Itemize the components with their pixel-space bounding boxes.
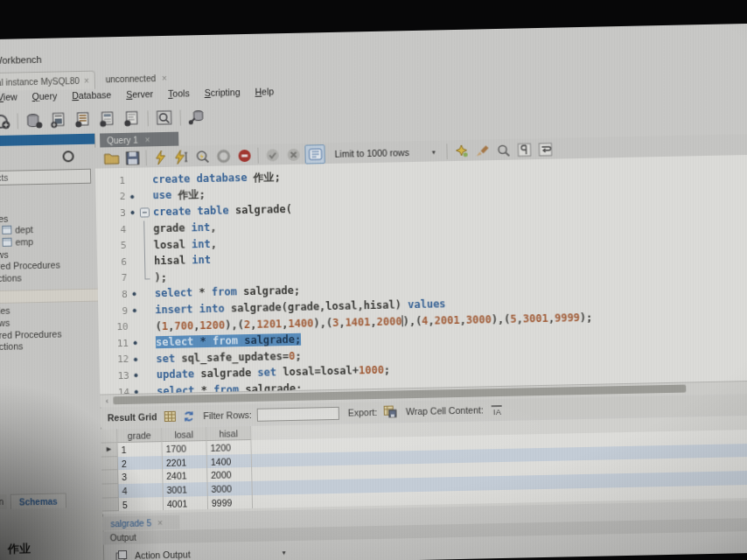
- limit-rows-dropdown[interactable]: Limit to 1000 rows ▾: [334, 146, 435, 158]
- code-token: grade: [153, 221, 192, 234]
- toggle-autocommit-icon[interactable]: [304, 144, 325, 164]
- tab-schemas[interactable]: Schemas: [10, 493, 66, 508]
- save-script-icon[interactable]: [122, 150, 141, 167]
- row-selector[interactable]: [102, 498, 119, 512]
- search-objects-icon[interactable]: [153, 108, 174, 128]
- fold-marker: [141, 318, 150, 335]
- code-token: int: [192, 238, 211, 250]
- row-selector[interactable]: [101, 457, 118, 471]
- new-table-icon[interactable]: [72, 110, 93, 130]
- code-token: 1201: [256, 318, 282, 331]
- filter-rows-input[interactable]: [257, 406, 339, 421]
- information-panel: 作业: [0, 508, 103, 560]
- close-icon[interactable]: ×: [157, 518, 163, 528]
- table-cell[interactable]: 1: [117, 442, 162, 457]
- tab-administration[interactable]: n: [0, 494, 7, 509]
- execute-icon[interactable]: [150, 149, 169, 166]
- filter-objects-input[interactable]: ects: [0, 169, 91, 186]
- row-selector[interactable]: [101, 471, 118, 485]
- open-script-icon[interactable]: [101, 150, 120, 167]
- menu-item-query[interactable]: Query: [32, 91, 58, 105]
- find-icon[interactable]: [494, 142, 513, 159]
- code-token: 700: [174, 319, 193, 332]
- code-token: losal=losal+: [276, 365, 359, 379]
- commit-icon: [262, 146, 281, 164]
- tree-item-nctions[interactable]: nctions: [0, 270, 98, 284]
- table-cell[interactable]: 4001: [164, 496, 208, 511]
- row-selector[interactable]: [101, 484, 118, 498]
- stop-icon[interactable]: [234, 147, 253, 164]
- code-token: sql_safe_updates=: [175, 350, 289, 365]
- table-cell[interactable]: 1200: [206, 440, 251, 455]
- table-cell[interactable]: 2000: [207, 467, 252, 482]
- table-cell[interactable]: 2401: [163, 468, 207, 483]
- export-label: Export:: [348, 407, 378, 418]
- tree-item-nctions[interactable]: nctions: [0, 339, 99, 353]
- menu-item-scripting[interactable]: Scripting: [205, 87, 241, 101]
- statement-marker: ●: [129, 340, 142, 346]
- line-number: 10: [99, 321, 129, 333]
- wrap-cell-icon[interactable]: IA: [490, 403, 502, 415]
- code-token: values: [408, 298, 446, 311]
- row-selector[interactable]: ▶: [101, 443, 117, 457]
- separator: [179, 110, 180, 126]
- table-cell[interactable]: 2: [118, 456, 163, 471]
- execute-current-icon[interactable]: [171, 148, 190, 165]
- code-token: ,: [211, 237, 218, 249]
- chevron-down-icon: ▾: [432, 148, 436, 156]
- show-invisibles-icon[interactable]: [515, 141, 534, 158]
- scroll-left-icon[interactable]: ‹: [101, 395, 112, 407]
- new-script-icon[interactable]: [121, 108, 142, 128]
- close-icon[interactable]: ×: [84, 75, 89, 85]
- fold-marker: [142, 351, 151, 368]
- new-connection-icon[interactable]: [0, 112, 12, 131]
- table-cell[interactable]: 3000: [207, 481, 252, 496]
- table-cell[interactable]: 2201: [163, 455, 207, 470]
- close-icon[interactable]: ×: [145, 135, 150, 144]
- menu-item-server[interactable]: Server: [126, 88, 153, 102]
- table-cell[interactable]: 1700: [162, 441, 206, 456]
- table-cell[interactable]: 3001: [163, 482, 207, 497]
- column-header-hisal[interactable]: hisal: [206, 426, 251, 441]
- tab-unconnected[interactable]: unconnected ×: [99, 70, 175, 88]
- fold-end: [144, 270, 150, 279]
- database-connect-icon[interactable]: [23, 111, 44, 130]
- tree-selected-row[interactable]: [0, 288, 98, 304]
- close-icon[interactable]: ×: [162, 74, 167, 83]
- tree-group: blesewsored Proceduresnctions: [0, 303, 99, 353]
- clear-icon[interactable]: [473, 142, 492, 159]
- tab-local-instance[interactable]: al instance MySQL80 ×: [0, 71, 95, 92]
- fold-marker: −: [139, 205, 149, 221]
- fold-collapse-icon[interactable]: −: [140, 208, 150, 218]
- table-cell[interactable]: 9999: [208, 495, 253, 510]
- tree-group: blesdeptempewsored Proceduresnctions: [0, 211, 98, 284]
- tab-query-1[interactable]: Query 1 ×: [100, 132, 178, 148]
- menu-item-view[interactable]: View: [0, 91, 17, 104]
- code-token: ),(: [402, 314, 422, 326]
- new-sql-tab-icon[interactable]: [47, 110, 68, 130]
- menu-item-tools[interactable]: Tools: [168, 88, 190, 102]
- table-cell[interactable]: 4: [118, 483, 163, 498]
- table-cell[interactable]: 5: [119, 497, 164, 512]
- server-admin-icon[interactable]: [185, 108, 206, 127]
- wrap-text-icon[interactable]: [536, 141, 555, 158]
- sql-code-editor[interactable]: 1create database 作业;2●use 作业;3●−create t…: [95, 155, 747, 395]
- tree-item-label: ored Procedures: [0, 260, 60, 272]
- code-text: );: [154, 271, 167, 284]
- table-cell[interactable]: 1400: [207, 454, 252, 469]
- explain-icon[interactable]: [192, 148, 211, 165]
- beautify-icon[interactable]: [452, 143, 471, 160]
- export-save-icon[interactable]: [384, 405, 397, 417]
- column-header-losal[interactable]: losal: [162, 427, 206, 442]
- refresh-icon[interactable]: [62, 150, 73, 162]
- new-view-icon[interactable]: [96, 109, 117, 129]
- column-header-grade[interactable]: grade: [117, 428, 162, 443]
- table-cell[interactable]: 3: [118, 469, 163, 484]
- fold-marker: [139, 220, 149, 237]
- result-tab-salgrade[interactable]: salgrade 5 ×: [102, 515, 179, 531]
- menu-item-help[interactable]: Help: [255, 86, 274, 99]
- line-number: 6: [97, 256, 127, 269]
- code-token: *: [193, 335, 213, 347]
- menu-item-database[interactable]: Database: [72, 89, 111, 103]
- refresh-icon[interactable]: [182, 410, 194, 422]
